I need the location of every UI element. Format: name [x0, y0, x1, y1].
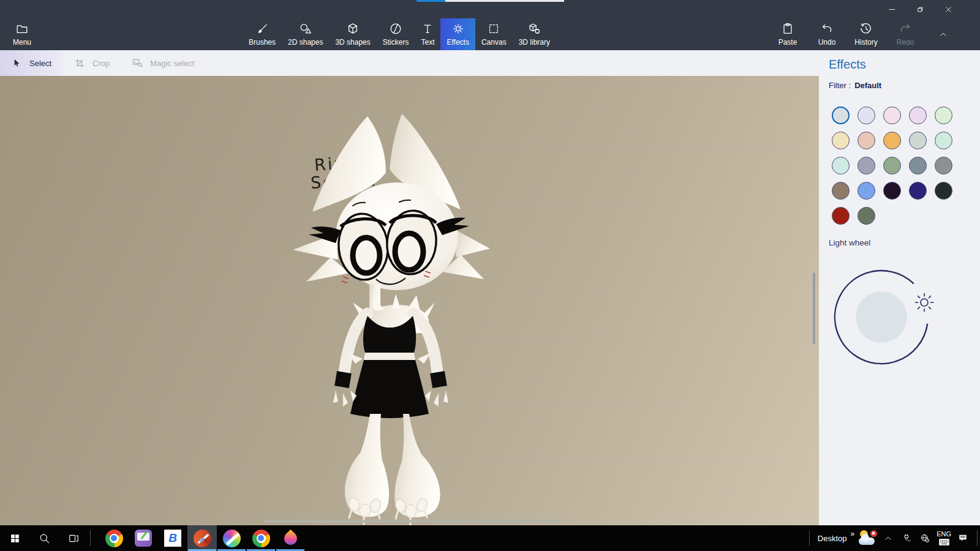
panel-title: Effects	[829, 58, 866, 72]
filter-swatch-8[interactable]	[883, 132, 901, 149]
taskbar-app-paint-3d[interactable]	[187, 525, 217, 551]
horizontal-scrollbar[interactable]	[265, 520, 561, 523]
character-torso	[333, 294, 448, 418]
filter-swatch-2[interactable]	[858, 107, 875, 124]
rainbow-paint-app-icon	[223, 530, 241, 547]
menu-button[interactable]: Menu	[5, 18, 39, 50]
vertical-scrollbar[interactable]	[813, 272, 815, 344]
desktop-overflow-chevron[interactable]: »	[850, 530, 854, 538]
filter-swatch-1[interactable]	[832, 107, 850, 124]
filter-swatch-12[interactable]	[858, 157, 875, 174]
folder-icon	[15, 22, 29, 36]
tab-label: Stickers	[383, 38, 409, 47]
filter-swatch-11[interactable]	[832, 157, 850, 174]
hidden-icons-button[interactable]	[880, 525, 896, 551]
taskbar-app-b-logo-app[interactable]: B	[158, 525, 187, 551]
undo-button[interactable]: Undo	[810, 18, 844, 50]
taskbar-app-rainbow-paint-app[interactable]	[217, 525, 246, 551]
filter-swatch-9[interactable]	[909, 132, 927, 149]
action-center-icon	[958, 533, 968, 543]
crop-icon	[74, 58, 85, 69]
filter-swatch-5[interactable]	[935, 107, 952, 124]
minimize-button[interactable]	[878, 0, 906, 18]
filter-swatch-13[interactable]	[883, 157, 901, 174]
weather-tray-icon[interactable]	[859, 530, 877, 546]
sbtn-label: Crop	[92, 59, 110, 68]
character-3d-model[interactable]	[0, 76, 819, 525]
desktop-toolbar-label[interactable]: Desktop	[818, 534, 847, 543]
filter-swatch-10[interactable]	[935, 132, 952, 149]
task-view-button[interactable]	[59, 525, 88, 551]
tab-stickers[interactable]: Stickers	[377, 18, 415, 50]
filter-swatch-21[interactable]	[832, 207, 850, 225]
tab-2d-shapes[interactable]: 2D shapes	[282, 18, 329, 50]
filter-swatch-15[interactable]	[935, 157, 952, 174]
usb-icon	[902, 533, 911, 543]
tab-3d-shapes[interactable]: 3D shapes	[329, 18, 376, 50]
collapse-ribbon-button[interactable]	[931, 18, 956, 50]
filter-swatch-22[interactable]	[858, 207, 875, 225]
taskbar-app-chrome[interactable]	[99, 525, 129, 551]
redo-button[interactable]: Redo	[888, 18, 922, 50]
language-indicator[interactable]: ENG	[937, 530, 951, 546]
taskbar-app-paint-drop-app[interactable]	[276, 525, 305, 551]
top-progress-bar-played	[417, 0, 445, 2]
filter-swatch-17[interactable]	[858, 182, 875, 200]
menu-label: Menu	[13, 38, 31, 47]
show-desktop-button[interactable]	[977, 530, 978, 546]
taskbar-apps: B	[99, 525, 305, 551]
magic-select-button[interactable]: Magic select	[121, 50, 205, 76]
top-toolbar: Menu Brushes2D shapes3D shapesStickersTe…	[0, 0, 980, 50]
task-view-icon	[68, 533, 80, 544]
redo-icon	[899, 22, 912, 36]
drawing-canvas[interactable]: Rium Souma	[0, 76, 819, 525]
filter-swatch-6[interactable]	[832, 132, 850, 149]
tab-3d-library[interactable]: 3D library	[513, 18, 556, 50]
toolbar-tools: Brushes2D shapes3D shapesStickersTextEff…	[243, 18, 556, 50]
filter-swatch-20[interactable]	[935, 182, 952, 200]
tab-text[interactable]: Text	[415, 18, 440, 50]
filter-row: Filter :Default	[829, 81, 881, 90]
select-button[interactable]: Select	[0, 50, 63, 76]
tab-label: Text	[421, 38, 434, 47]
paste-button[interactable]: Paste	[771, 18, 805, 50]
network-globe-icon[interactable]	[917, 525, 933, 551]
light-wheel-sun-handle[interactable]	[916, 294, 933, 312]
light-wheel-center	[856, 291, 907, 343]
close-button[interactable]	[934, 0, 962, 18]
tab-brushes[interactable]: Brushes	[243, 18, 282, 50]
usb-tray-icon[interactable]	[899, 525, 914, 551]
sbtn-label: Magic select	[150, 59, 194, 68]
chrome-profile-2-icon	[252, 530, 270, 547]
filter-swatch-14[interactable]	[909, 157, 927, 174]
history-button[interactable]: History	[849, 18, 883, 50]
b-logo-app-icon: B	[164, 530, 181, 547]
sun-icon	[451, 22, 465, 36]
taskbar-system-buttons	[0, 525, 92, 551]
toolbar-actions: PasteUndoHistoryRedo	[771, 18, 922, 50]
filter-swatch-16[interactable]	[832, 182, 850, 200]
filter-swatch-7[interactable]	[858, 132, 875, 149]
light-wheel[interactable]	[830, 265, 934, 369]
tab-effects[interactable]: Effects	[440, 18, 475, 50]
sticker-icon	[389, 22, 402, 36]
action-center-button[interactable]	[955, 525, 971, 551]
taskbar-app-chrome-profile-2[interactable]	[246, 525, 276, 551]
effects-panel: Effects Filter :Default Light wheel	[819, 50, 980, 525]
window-controls	[878, 0, 962, 18]
search-button[interactable]	[29, 525, 59, 551]
filter-swatch-3[interactable]	[883, 107, 901, 124]
tab-label: Canvas	[481, 38, 507, 47]
restore-button[interactable]	[906, 0, 934, 18]
filter-swatch-19[interactable]	[909, 182, 927, 200]
tab-canvas[interactable]: Canvas	[475, 18, 513, 50]
crop-button[interactable]: Crop	[63, 50, 121, 76]
library-icon	[527, 22, 541, 36]
globe-icon	[920, 533, 930, 543]
windows-logo-icon	[9, 533, 21, 544]
action-label: Redo	[897, 38, 914, 47]
start-button[interactable]	[0, 525, 29, 551]
filter-swatch-4[interactable]	[909, 107, 927, 124]
filter-swatch-18[interactable]	[883, 182, 901, 200]
taskbar-app-purple-paint-app[interactable]	[129, 525, 158, 551]
